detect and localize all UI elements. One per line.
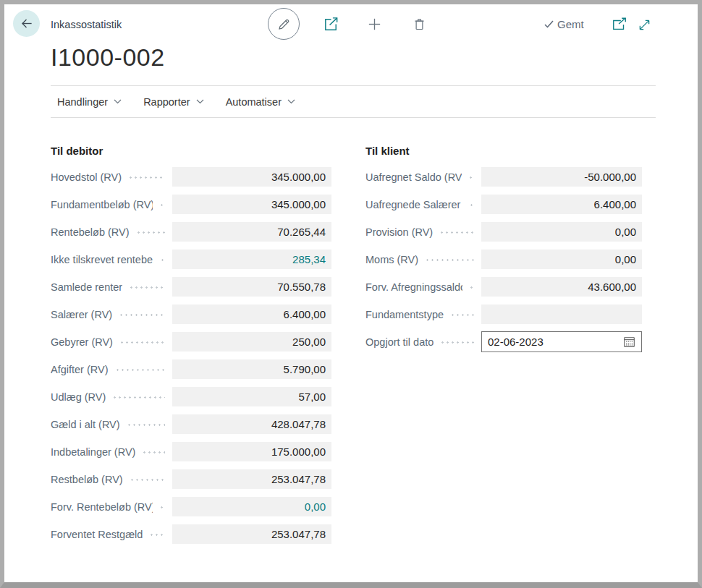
field-row: Gebyrer (RV) 250,00 [51, 332, 331, 351]
dotted-leader [149, 534, 165, 536]
field-value-box[interactable]: 02-06-2023 [481, 331, 642, 352]
dotted-leader [112, 396, 165, 399]
field-label: Rentebeløb (RV) [51, 226, 130, 238]
field-value: 57,00 [298, 391, 326, 403]
dotted-leader [127, 424, 165, 426]
add-button[interactable] [365, 14, 384, 33]
field-row: Provision (RV) 0,00 [365, 222, 642, 242]
delete-button[interactable] [410, 14, 428, 33]
dotted-leader [160, 259, 165, 261]
dotted-leader [129, 286, 165, 289]
field-label: Ikke tilskrevet rentebe... [51, 254, 153, 265]
calendar-icon[interactable] [623, 336, 635, 348]
field-value-box[interactable]: 345.000,00 [172, 167, 331, 187]
field-value[interactable]: 285,34 [292, 253, 326, 265]
menu-item-automatiser[interactable]: Automatiser [226, 96, 295, 108]
field-value: 6.400,00 [284, 308, 326, 320]
field-row: Opgjort til dato 02-06-2023 [365, 332, 642, 351]
field-label: Indbetalinger (RV) [51, 446, 135, 458]
field-label: Forv. Afregningssaldo... [365, 281, 462, 293]
field-label-area: Gæld i alt (RV) [51, 419, 172, 430]
field-value-box[interactable]: -50.000,00 [481, 167, 642, 187]
field-value[interactable]: 0,00 [305, 500, 326, 513]
field-label-area: Ikke tilskrevet rentebe... [51, 254, 172, 265]
field-value-box[interactable]: 43.600,00 [481, 277, 642, 297]
field-value-box[interactable]: 6.400,00 [172, 304, 331, 324]
back-button[interactable] [13, 10, 40, 37]
field-label: Afgifter (RV) [51, 364, 109, 375]
section-til-debitor: Til debitor Hovedstol (RV) 345.000,00 Fu… [51, 145, 331, 552]
field-value-box[interactable]: 0,00 [481, 222, 642, 242]
section-title: Til debitor [51, 145, 331, 157]
check-icon [544, 20, 554, 29]
page-title: I1000-002 [51, 43, 165, 72]
field-row: Salærer (RV) 6.400,00 [51, 304, 331, 324]
field-value-box[interactable]: 175.000,00 [172, 442, 331, 461]
saved-label: Gemt [557, 18, 584, 30]
field-value-box[interactable]: 6.400,00 [481, 195, 642, 214]
field-label: Fundamentstype [365, 309, 444, 320]
field-label-area: Afgifter (RV) [51, 364, 172, 375]
share-button[interactable] [321, 14, 340, 33]
field-value: 70.550,78 [277, 281, 326, 293]
chevron-down-icon [196, 99, 204, 104]
field-row: Moms (RV) 0,00 [365, 250, 642, 269]
dotted-leader [115, 369, 165, 371]
field-label-area: Fundamentbeløb (RV) [51, 199, 172, 210]
field-value-box[interactable]: 345.000,00 [172, 195, 331, 214]
field-value-box[interactable]: 70.550,78 [172, 277, 331, 297]
plus-icon [366, 16, 383, 33]
dotted-leader [159, 204, 165, 206]
dotted-leader [136, 231, 165, 234]
field-label: Uafregnet Saldo (RV) [365, 171, 462, 183]
field-label-area: Forventet Restgæld [51, 529, 172, 540]
field-row: Uafregnede Salærer (... 6.400,00 [365, 195, 642, 214]
open-in-new-window-icon [612, 17, 627, 33]
field-label-area: Salærer (RV) [51, 309, 172, 320]
open-in-new-window-button[interactable] [610, 15, 629, 34]
field-label: Restbeløb (RV) [51, 474, 123, 485]
field-value: 250,00 [292, 336, 326, 348]
field-label: Fundamentbeløb (RV) [51, 199, 153, 210]
field-row: Ikke tilskrevet rentebe... 285,34 [51, 250, 331, 269]
dotted-leader [119, 314, 165, 316]
field-row: Restbeløb (RV) 253.047,78 [51, 469, 331, 489]
field-label: Udlæg (RV) [51, 391, 106, 403]
field-row: Rentebeløb (RV) 70.265,44 [51, 222, 331, 242]
field-value-box[interactable] [481, 304, 642, 324]
field-value-box[interactable]: 0,00 [172, 497, 331, 516]
menu-item-handlinger[interactable]: Handlinger [57, 96, 122, 108]
field-value: 02-06-2023 [488, 336, 544, 348]
action-menubar: Handlinger Rapporter Automatiser [51, 85, 656, 118]
expand-button[interactable] [635, 15, 654, 34]
app-window: Inkassostatistik [0, 0, 702, 588]
field-value-box[interactable]: 57,00 [172, 387, 331, 406]
dotted-leader [468, 176, 474, 179]
field-label-area: Gebyrer (RV) [51, 336, 172, 348]
field-value-box[interactable]: 253.047,78 [172, 524, 331, 544]
field-row: Forventet Restgæld 253.047,78 [51, 524, 331, 544]
dotted-leader [425, 259, 474, 261]
field-row: Forv. Rentebeløb (RV) 0,00 [51, 497, 331, 516]
field-value-box[interactable]: 253.047,78 [172, 469, 331, 489]
field-label-area: Udlæg (RV) [51, 391, 172, 403]
field-value: 428.047,78 [271, 418, 326, 430]
field-row: Samlede renter 70.550,78 [51, 277, 331, 297]
dotted-leader [469, 204, 474, 206]
field-value-box[interactable]: 0,00 [481, 250, 642, 269]
field-value-box[interactable]: 428.047,78 [172, 414, 331, 434]
field-value-box[interactable]: 5.790,00 [172, 359, 331, 379]
dotted-leader [469, 286, 474, 289]
field-value-box[interactable]: 70.265,44 [172, 222, 331, 242]
field-row: Fundamentbeløb (RV) 345.000,00 [51, 195, 331, 214]
edit-button[interactable] [268, 8, 300, 40]
field-value: 345.000,00 [271, 198, 326, 210]
page-caption: Inkassostatistik [51, 19, 122, 30]
menu-item-label: Handlinger [57, 96, 108, 108]
dotted-leader [130, 479, 165, 481]
field-list-debitor: Hovedstol (RV) 345.000,00 Fundamentbeløb… [51, 167, 331, 552]
field-value-box[interactable]: 250,00 [172, 332, 331, 351]
field-value-box[interactable]: 285,34 [172, 250, 331, 269]
menu-item-label: Rapporter [143, 96, 190, 108]
menu-item-rapporter[interactable]: Rapporter [143, 96, 203, 108]
